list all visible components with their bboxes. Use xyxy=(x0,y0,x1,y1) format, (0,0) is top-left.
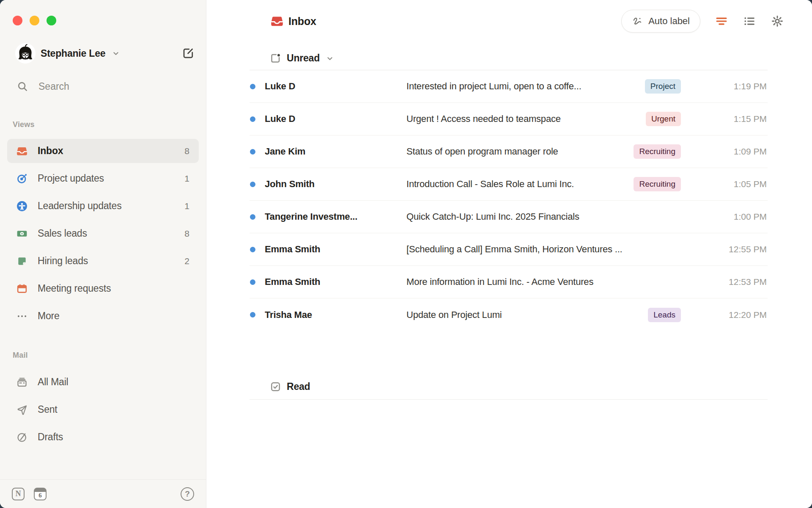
profile-name: Stephanie Lee xyxy=(41,48,105,59)
sidebar-item-label: Project updates xyxy=(38,173,104,184)
unread-dot-icon xyxy=(250,182,255,187)
zoom-window-button[interactable] xyxy=(47,16,56,25)
sidebar-item-sales-leads[interactable]: Sales leads 8 xyxy=(7,221,199,246)
read-section: Read xyxy=(250,374,768,400)
unread-dot-icon xyxy=(250,149,255,155)
email-time: 12:55 PM xyxy=(729,244,767,254)
inbox-icon xyxy=(16,146,27,157)
inbox-icon xyxy=(271,15,283,28)
email-subject: Update on Project Lumi xyxy=(406,309,768,320)
help-button[interactable]: ? xyxy=(181,487,194,501)
email-row[interactable]: Jane Kim Status of open program manager … xyxy=(250,135,768,168)
sidebar-item-label: More xyxy=(38,310,60,322)
sidebar-item-inbox[interactable]: Inbox 8 xyxy=(7,139,199,163)
notion-logo-badge[interactable]: N xyxy=(12,488,25,500)
sidebar-item-label: Sent xyxy=(38,404,58,415)
search-button[interactable]: Search xyxy=(17,77,197,96)
mail-section-label: Mail xyxy=(13,351,28,360)
email-sender: Tangerine Investme... xyxy=(265,211,396,222)
sidebar-item-label: Inbox xyxy=(38,145,63,157)
filter-button[interactable] xyxy=(715,14,728,28)
sidebar-item-all-mail[interactable]: All Mail xyxy=(7,370,199,394)
email-row[interactable]: Luke D Interested in project Lumi, open … xyxy=(250,70,768,103)
email-subject: More information in Lumi Inc. - Acme Ven… xyxy=(406,276,768,287)
sidebar-item-sent[interactable]: Sent xyxy=(7,398,199,422)
calendar-badge[interactable]: 6 xyxy=(34,488,47,500)
sidebar-item-label: Sales leads xyxy=(38,228,87,239)
sidebar-item-count: 8 xyxy=(184,229,189,239)
email-time: 12:20 PM xyxy=(729,310,767,320)
sidebar-item-label: Hiring leads xyxy=(38,255,88,267)
email-tag[interactable]: Recruiting xyxy=(634,177,681,191)
person-icon xyxy=(16,201,27,212)
unread-section-label: Unread xyxy=(287,52,320,64)
email-subject: Quick Catch-Up: Lumi Inc. 2025 Financial… xyxy=(406,211,768,222)
email-row[interactable]: John Smith Introduction Call - Sales Rol… xyxy=(250,168,768,201)
unread-dot-icon xyxy=(250,214,255,220)
email-time: 1:05 PM xyxy=(734,179,767,189)
calendar-icon xyxy=(16,283,27,294)
email-time: 1:09 PM xyxy=(734,146,767,157)
money-icon xyxy=(16,228,27,239)
email-subject: Introduction Call - Sales Role at Lumi I… xyxy=(406,179,768,190)
email-tag[interactable]: Leads xyxy=(648,308,681,322)
email-time: 1:19 PM xyxy=(734,81,767,91)
email-sender: Emma Smith xyxy=(265,244,396,255)
sidebar-item-count: 8 xyxy=(184,146,189,156)
email-sender: Luke D xyxy=(265,81,396,92)
target-icon xyxy=(16,173,27,184)
read-section-header[interactable]: Read xyxy=(250,374,768,400)
sidebar-item-label: Meeting requests xyxy=(38,283,111,294)
unread-dot-icon xyxy=(250,247,255,252)
sidebar-item-label: Drafts xyxy=(38,431,63,443)
email-time: 12:53 PM xyxy=(729,277,767,287)
auto-label-button[interactable]: Auto label xyxy=(621,10,700,33)
compose-button[interactable] xyxy=(180,45,197,62)
main-content: Inbox Auto label xyxy=(206,0,812,508)
ellipsis-icon xyxy=(16,311,27,322)
sidebar-item-more[interactable]: More xyxy=(7,304,199,328)
sidebar-item-leadership-updates[interactable]: Leadership updates 1 xyxy=(7,194,199,218)
unread-dot-icon xyxy=(250,84,255,89)
email-row[interactable]: Tangerine Investme... Quick Catch-Up: Lu… xyxy=(250,201,768,233)
unread-dot-icon xyxy=(250,279,255,285)
email-sender: John Smith xyxy=(265,179,396,190)
chevron-down-icon xyxy=(111,49,121,58)
search-icon xyxy=(17,81,28,92)
close-window-button[interactable] xyxy=(13,16,22,25)
email-row[interactable]: Emma Smith [Scheduling a Call] Emma Smit… xyxy=(250,233,768,266)
list-view-button[interactable] xyxy=(743,14,756,28)
window-controls xyxy=(13,16,56,25)
email-time: 1:00 PM xyxy=(734,212,767,222)
email-row[interactable]: Trisha Mae Update on Project Lumi Leads … xyxy=(250,298,768,331)
email-list: Luke D Interested in project Lumi, open … xyxy=(250,70,768,331)
page-title: Inbox xyxy=(288,15,316,28)
app-window: Stephanie Lee Search Views xyxy=(0,0,812,508)
sidebar-item-hiring-leads[interactable]: Hiring leads 2 xyxy=(7,249,199,273)
sidebar-item-count: 1 xyxy=(184,174,189,184)
email-row[interactable]: Luke D Urgent ! Access needed to teamspa… xyxy=(250,103,768,135)
wand-icon xyxy=(632,16,643,27)
header-controls: Auto label xyxy=(621,10,784,33)
minimize-window-button[interactable] xyxy=(30,16,39,25)
email-subject: Urgent ! Access needed to teamspace xyxy=(406,113,768,124)
sidebar-item-drafts[interactable]: Drafts xyxy=(7,425,199,449)
views-nav: Inbox 8 Project updates 1 xyxy=(7,139,199,331)
gear-icon xyxy=(771,15,784,28)
sidebar-item-count: 2 xyxy=(184,256,189,266)
email-sender: Luke D xyxy=(265,113,396,124)
email-tag[interactable]: Project xyxy=(645,79,681,94)
unread-section-header[interactable]: Unread xyxy=(250,47,768,70)
profile-switcher[interactable]: Stephanie Lee xyxy=(15,43,197,64)
auto-label-text: Auto label xyxy=(648,16,690,27)
email-sender: Jane Kim xyxy=(265,146,396,157)
sidebar-item-count: 1 xyxy=(184,201,189,211)
sidebar-item-project-updates[interactable]: Project updates 1 xyxy=(7,166,199,190)
search-label: Search xyxy=(38,81,69,92)
settings-button[interactable] xyxy=(771,14,784,28)
email-tag[interactable]: Recruiting xyxy=(634,144,681,159)
sidebar-item-meeting-requests[interactable]: Meeting requests xyxy=(7,276,199,301)
email-tag[interactable]: Urgent xyxy=(646,112,681,126)
avatar xyxy=(15,43,36,64)
email-row[interactable]: Emma Smith More information in Lumi Inc.… xyxy=(250,266,768,298)
